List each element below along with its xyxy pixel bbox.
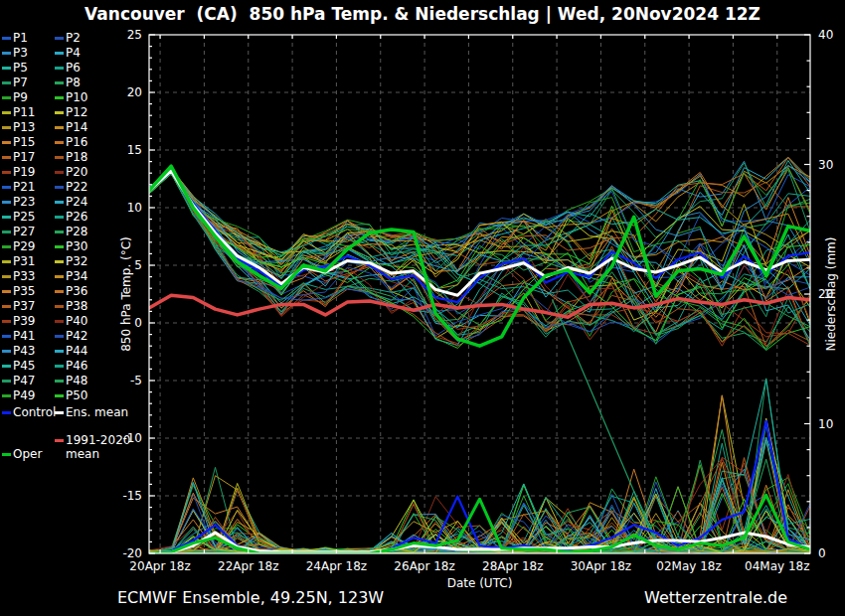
x-tick-label: 24Apr 18z — [306, 559, 367, 573]
left-tick-label: 20 — [127, 85, 142, 99]
left-tick-label: 0 — [134, 316, 142, 330]
left-tick-label: 25 — [127, 28, 142, 42]
left-tick-label: -10 — [122, 431, 142, 445]
left-tick-label: -15 — [122, 489, 142, 503]
model-info-text: ECMWF Ensemble, 49.25N, 123W — [117, 588, 384, 607]
right-axis-title: Niederschlag (mm) — [824, 237, 838, 352]
left-tick-label: 10 — [127, 201, 142, 215]
left-tick-label: 15 — [127, 143, 142, 157]
x-tick-label: 20Apr 18z — [129, 559, 190, 573]
x-tick-label: 02May 18z — [656, 559, 721, 573]
left-tick-label: -5 — [130, 374, 142, 387]
left-axis-title: 850 hPa Temp. (°C) — [119, 236, 133, 352]
x-tick-label: 30Apr 18z — [571, 559, 631, 573]
watermark-text: Wetterzentrale.de — [644, 588, 787, 607]
x-tick-label: 04May 18z — [745, 559, 809, 573]
right-tick-label: 40 — [818, 28, 833, 42]
ensemble-forecast-page: Vancouver (CA) 850 hPa Temp. & Niedersch… — [0, 0, 845, 616]
left-tick-label: 5 — [134, 258, 142, 272]
right-tick-label: 30 — [818, 158, 833, 172]
ensemble-chart: 2520151050-5-10-15-2040302010020Apr 18z2… — [0, 0, 845, 616]
x-tick-label: 28Apr 18z — [482, 559, 543, 573]
x-tick-label: 22Apr 18z — [218, 559, 278, 573]
right-tick-label: 0 — [818, 546, 826, 560]
left-tick-label: -20 — [122, 546, 142, 560]
x-axis-title: Date (UTC) — [447, 576, 513, 590]
x-tick-label: 26Apr 18z — [394, 559, 454, 573]
right-tick-label: 10 — [818, 417, 833, 431]
